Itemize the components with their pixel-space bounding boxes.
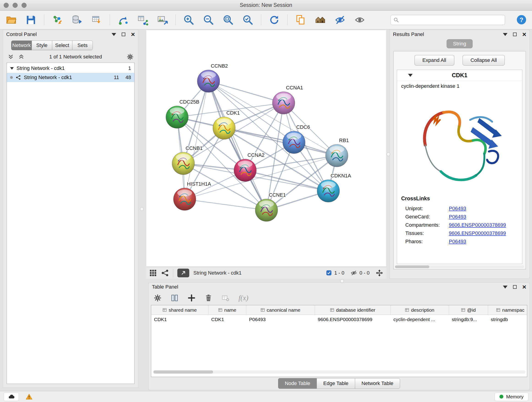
splitter-handle[interactable] bbox=[386, 153, 390, 156]
network-selector-row: 1 of 1 Network selected bbox=[3, 51, 138, 62]
share-network-icon[interactable] bbox=[161, 269, 169, 277]
collapse-all-button[interactable]: Collapse All bbox=[462, 55, 505, 65]
results-horizontal-scrollbar[interactable] bbox=[395, 265, 524, 268]
zoom-fit-button[interactable] bbox=[222, 13, 235, 27]
open-in-window-button[interactable] bbox=[177, 269, 189, 277]
scrollbar-thumb[interactable] bbox=[395, 265, 429, 268]
column-header[interactable]: database identifier bbox=[315, 305, 391, 315]
panel-menu-icon[interactable] bbox=[112, 33, 116, 36]
import-table-from-file-button[interactable] bbox=[90, 13, 103, 27]
delete-column-icon[interactable] bbox=[205, 294, 212, 302]
float-panel-icon[interactable] bbox=[122, 32, 125, 36]
float-panel-icon[interactable] bbox=[513, 32, 517, 36]
column-header[interactable]: shared name bbox=[151, 305, 209, 315]
tab-sets[interactable]: Sets bbox=[72, 41, 93, 50]
open-session-button[interactable] bbox=[5, 13, 18, 27]
table-cell: P06493 bbox=[246, 317, 315, 322]
refresh-button[interactable] bbox=[268, 13, 281, 27]
tab-network-table[interactable]: Network Table bbox=[355, 378, 400, 389]
import-network-from-file-button[interactable] bbox=[51, 13, 64, 27]
crosslink-link[interactable]: P06493 bbox=[449, 206, 466, 211]
gene-section-header[interactable]: CDK1 bbox=[397, 70, 522, 81]
column-header[interactable]: description bbox=[391, 305, 449, 315]
splitter-handle[interactable] bbox=[140, 207, 144, 211]
show-all-button[interactable] bbox=[353, 13, 366, 27]
close-panel-icon[interactable]: × bbox=[522, 284, 526, 290]
edge-CCNE1-HIST1H1A[interactable] bbox=[185, 199, 266, 210]
add-column-icon[interactable] bbox=[188, 294, 196, 302]
close-panel-icon[interactable]: × bbox=[131, 32, 135, 37]
save-session-button[interactable] bbox=[24, 13, 38, 27]
section-collapse-icon[interactable] bbox=[408, 74, 413, 77]
close-panel-icon[interactable]: × bbox=[522, 32, 526, 37]
close-window-button[interactable] bbox=[4, 3, 9, 8]
zoom-selected-button[interactable] bbox=[241, 13, 254, 27]
tab-edge-table[interactable]: Edge Table bbox=[317, 378, 355, 389]
splitter-handle[interactable] bbox=[340, 279, 344, 283]
column-header[interactable]: namespac bbox=[488, 305, 527, 315]
network-canvas[interactable]: CCNB2CCNA1CDC25BCDK1CDC6RB1CCNB1CCNA2CDK… bbox=[146, 30, 386, 267]
warning-indicator[interactable] bbox=[26, 393, 32, 400]
node-CDC25B[interactable]: CDC25B bbox=[166, 99, 199, 128]
panel-menu-icon[interactable] bbox=[503, 286, 507, 288]
hidden-eye-icon[interactable] bbox=[350, 269, 357, 276]
collection-disclosure-icon[interactable] bbox=[10, 67, 14, 70]
select-columns-icon[interactable] bbox=[171, 294, 178, 302]
tab-select[interactable]: Select bbox=[52, 41, 73, 50]
hide-selected-button[interactable] bbox=[333, 13, 347, 27]
node-CCNB2[interactable]: CCNB2 bbox=[197, 63, 228, 92]
gear-icon[interactable] bbox=[127, 53, 133, 60]
node-HIST1H1A[interactable]: HIST1H1A bbox=[173, 181, 211, 211]
edge-CCNB2-CCNE1[interactable] bbox=[209, 81, 266, 210]
crosslink-link[interactable]: 9606.ENSP00000378699 bbox=[449, 230, 506, 236]
paste-annotation-button[interactable] bbox=[294, 13, 307, 27]
crosslink-link[interactable]: P06493 bbox=[449, 214, 466, 220]
birds-eye-grid-icon[interactable] bbox=[149, 269, 157, 277]
new-network-from-table-button[interactable] bbox=[136, 13, 149, 27]
import-network-from-database-button[interactable] bbox=[70, 13, 84, 27]
node-RB1[interactable]: RB1 bbox=[326, 138, 349, 167]
table-row[interactable]: CDK1CDK1P064939606.ENSP00000378699cyclin… bbox=[151, 315, 527, 324]
crosslink-link[interactable]: P06493 bbox=[449, 239, 466, 245]
fit-content-crosshair-icon[interactable] bbox=[375, 269, 383, 277]
node-CCNA1[interactable]: CCNA1 bbox=[272, 85, 303, 114]
selected-checkbox-icon[interactable] bbox=[326, 270, 332, 276]
network-graph[interactable]: CCNB2CCNA1CDC25BCDK1CDC6RB1CCNB1CCNA2CDK… bbox=[146, 30, 386, 267]
tab-string[interactable]: String bbox=[447, 39, 472, 48]
search-input[interactable] bbox=[401, 17, 502, 23]
node-CDC6[interactable]: CDC6 bbox=[283, 124, 310, 153]
column-header[interactable]: name bbox=[209, 305, 246, 315]
home-layouts-button[interactable] bbox=[314, 13, 327, 27]
panel-menu-icon[interactable] bbox=[503, 33, 507, 36]
zoom-window-button[interactable] bbox=[22, 3, 27, 8]
tab-network[interactable]: Network bbox=[11, 41, 32, 50]
export-image-button[interactable] bbox=[156, 13, 169, 27]
edge-CCNB2-CCNA1[interactable] bbox=[209, 81, 284, 103]
tab-style[interactable]: Style bbox=[32, 41, 52, 50]
column-header[interactable]: canonical name bbox=[246, 305, 315, 315]
column-header[interactable]: @id bbox=[449, 305, 488, 315]
crosslinks-list: Uniprot:P06493GeneCard:P06493Compartment… bbox=[401, 204, 518, 246]
network-file-button[interactable] bbox=[116, 13, 130, 27]
table-settings-gear-icon[interactable] bbox=[154, 294, 162, 302]
node-CDKN1A[interactable]: CDKN1A bbox=[317, 173, 351, 202]
zoom-out-button[interactable] bbox=[202, 13, 215, 27]
minimize-window-button[interactable] bbox=[13, 3, 18, 8]
network-row[interactable]: String Network - cdk1 11 48 bbox=[7, 73, 134, 82]
table-hscrollbar-thumb[interactable] bbox=[153, 370, 213, 374]
crosslink-link[interactable]: 9606.ENSP00000378699 bbox=[449, 222, 506, 228]
toolbar-separator bbox=[176, 14, 176, 26]
network-collection-row[interactable]: String Network - cdk1 1 bbox=[7, 64, 134, 73]
memory-button[interactable]: Memory bbox=[495, 392, 528, 401]
node-CCNB1[interactable]: CCNB1 bbox=[172, 145, 203, 175]
zoom-in-button[interactable] bbox=[182, 13, 196, 27]
help-icon: ? bbox=[516, 14, 527, 25]
expand-all-icon[interactable] bbox=[18, 54, 25, 60]
collapse-all-icon[interactable] bbox=[7, 54, 14, 60]
function-builder-icon[interactable]: f(x) bbox=[239, 294, 248, 302]
cloud-status-button[interactable] bbox=[4, 392, 19, 401]
float-panel-icon[interactable] bbox=[513, 285, 517, 289]
help-button[interactable]: ? bbox=[515, 14, 527, 26]
expand-all-button[interactable]: Expand All bbox=[414, 55, 454, 65]
tab-node-table[interactable]: Node Table bbox=[278, 378, 317, 389]
